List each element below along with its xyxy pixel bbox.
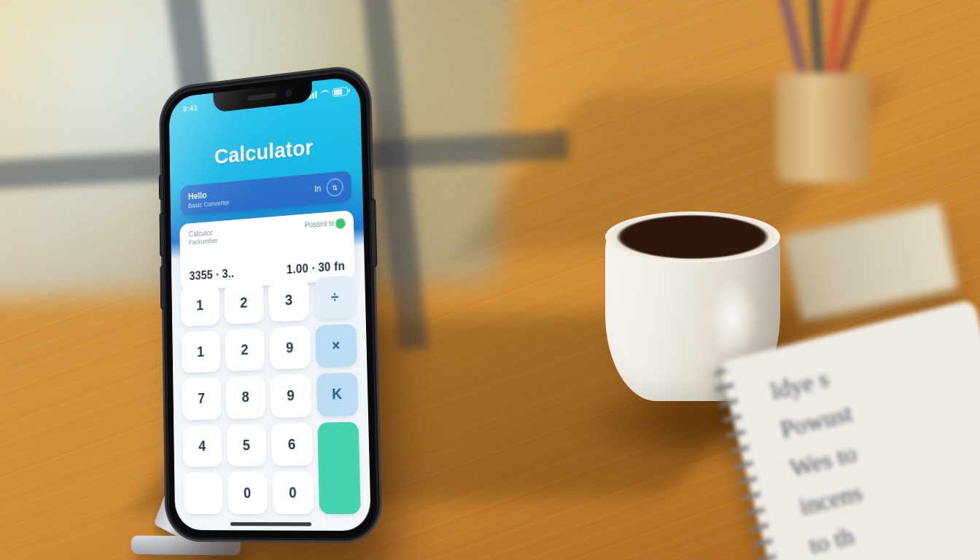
key-1[interactable]: 1 [181, 284, 219, 327]
key-k[interactable]: K [316, 373, 358, 416]
key-8[interactable]: 8 [225, 376, 265, 419]
panel-left-label: Calculcc Fackunther [189, 225, 262, 257]
panel-right-value: 1.00 · 30 fn [268, 260, 346, 278]
scene-photo: ldye s Powust Wes to incens to th inchi … [0, 0, 980, 560]
key-1b[interactable]: 1 [182, 330, 220, 373]
mode-bar[interactable]: Hello Basic Converter In ⇅ [180, 171, 351, 216]
key-blank-l[interactable] [183, 472, 222, 514]
keypad: 1 2 3 ÷ 1 2 9 × 7 8 9 K 4 5 6 [181, 275, 361, 514]
battery-icon [332, 87, 348, 97]
key-0[interactable]: 0 [228, 472, 268, 514]
pencil-cup [761, 29, 885, 182]
volume-down-button[interactable] [160, 266, 165, 308]
key-2b[interactable]: 2 [225, 328, 265, 371]
status-time: 9:41 [183, 104, 198, 114]
key-9b[interactable]: 9 [271, 374, 312, 418]
phone-screen: 9:41 Calculator Hello Basic Converter [169, 76, 371, 531]
mode-right-label: In [314, 184, 322, 195]
key-6[interactable]: 6 [271, 423, 313, 466]
volume-up-button[interactable] [160, 214, 164, 256]
key-7[interactable]: 7 [182, 378, 221, 420]
key-9[interactable]: 9 [269, 326, 310, 370]
panel-right-label: Possint te ko [267, 218, 344, 252]
mute-switch[interactable] [160, 175, 164, 199]
key-multiply[interactable]: × [315, 324, 357, 368]
key-0b[interactable]: 0 [272, 471, 314, 514]
key-5[interactable]: 5 [226, 424, 266, 467]
key-2[interactable]: 2 [224, 281, 264, 324]
panel-left-value: 3355 · 3.. [189, 265, 262, 283]
app-title: Calculator [170, 130, 362, 174]
wifi-icon [320, 90, 329, 98]
swap-icon[interactable]: ⇅ [327, 178, 343, 197]
key-divide[interactable]: ÷ [314, 275, 356, 319]
key-equals[interactable] [317, 421, 361, 514]
smartphone: 9:41 Calculator Hello Basic Converter [163, 68, 378, 539]
key-3[interactable]: 3 [268, 278, 309, 322]
key-4[interactable]: 4 [182, 425, 222, 467]
home-indicator[interactable] [230, 522, 311, 526]
